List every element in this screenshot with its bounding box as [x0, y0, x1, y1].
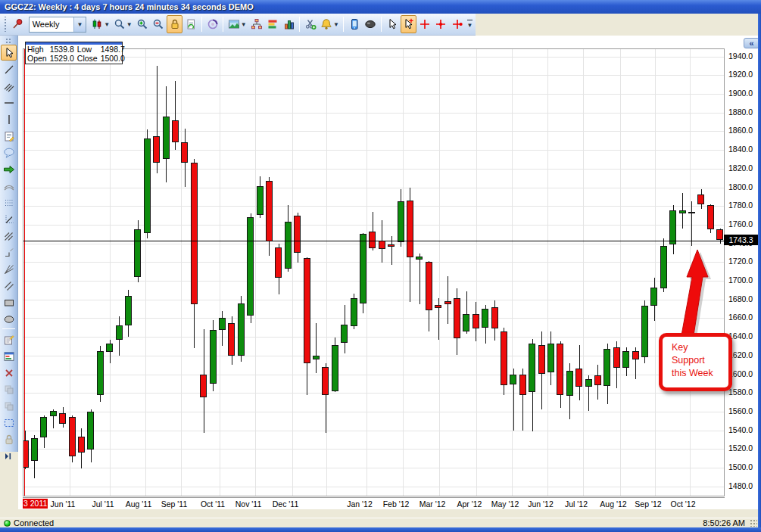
note-tool[interactable]: [1, 128, 17, 144]
indicator-flag-button[interactable]: [264, 15, 280, 33]
candle: [679, 210, 686, 213]
zoom-tool-button[interactable]: ▼: [112, 15, 134, 33]
candle: [575, 369, 582, 387]
time-axis-label: Sep '11: [154, 499, 194, 509]
fib-extension-tool[interactable]: [1, 211, 17, 227]
price-axis-label: 1800.0: [728, 182, 753, 191]
properties-tool[interactable]: [1, 331, 17, 347]
pointer-button[interactable]: [384, 15, 400, 33]
alerts-button[interactable]: ▼: [319, 15, 341, 33]
ellipse-tool[interactable]: [1, 311, 17, 327]
pin-icon-icon: [11, 18, 23, 30]
resize-grip-icon[interactable]: [750, 519, 757, 527]
vertical-line-tool[interactable]: [1, 111, 17, 127]
candle: [266, 181, 273, 241]
chevron-down-icon[interactable]: ▼: [73, 17, 86, 32]
draw-mode-button[interactable]: [204, 15, 220, 33]
toolbar-overflow-button[interactable]: ▼: [466, 15, 475, 33]
delete-tool[interactable]: [1, 365, 17, 381]
candle: [454, 298, 460, 338]
chevron-down-icon[interactable]: ▼: [104, 21, 110, 28]
ungroup-tool[interactable]: [1, 398, 17, 414]
format-icon: [3, 350, 15, 362]
price-axis-label: 1880.0: [728, 107, 753, 117]
zoom-out-button[interactable]: [150, 15, 166, 33]
v-gridline: [403, 49, 404, 496]
candle: [641, 306, 648, 357]
format-tool[interactable]: [1, 348, 17, 364]
price-axis-label: 1480.0: [728, 481, 753, 490]
pin-icon[interactable]: [9, 15, 25, 33]
candle: [257, 186, 264, 215]
parallel-lines-tool[interactable]: [1, 278, 17, 294]
time-axis[interactable]: 3 2011 Jun '11Jul '11Aug '11Sep '11Oct '…: [23, 497, 725, 509]
price-axis-label: 1940.0: [728, 51, 753, 61]
callout-tool[interactable]: [1, 145, 17, 160]
arrow-tool[interactable]: [1, 161, 17, 177]
trend-line-icon: [3, 64, 15, 76]
time-axis-label: Dec '11: [266, 499, 305, 509]
rectangle-tool[interactable]: [1, 294, 17, 310]
refresh-chart-button[interactable]: [182, 15, 198, 33]
toolbar-grip[interactable]: [3, 17, 8, 32]
lock-scale-button[interactable]: [167, 15, 182, 33]
tooltip-high-label: High: [26, 45, 48, 54]
horizontal-line-tool[interactable]: [1, 95, 17, 110]
select-region-tool[interactable]: [1, 415, 17, 431]
candle: [519, 375, 526, 395]
annotation-callout[interactable]: Key Support this Week: [659, 333, 732, 391]
crosshair-track-button[interactable]: [449, 15, 465, 33]
fan-lines-tool[interactable]: [1, 261, 17, 277]
chevron-down-icon[interactable]: ▼: [126, 21, 133, 28]
chart-image-button[interactable]: ▼: [226, 15, 248, 33]
multi-line-tool[interactable]: [1, 78, 17, 94]
time-axis-label: Jun '12: [521, 499, 560, 509]
group-tool[interactable]: [1, 381, 17, 397]
candle-wick: [448, 276, 448, 324]
chevron-down-icon[interactable]: ▼: [333, 21, 339, 28]
chart-style-button[interactable]: ▼: [89, 15, 111, 33]
price-axis-label: 1900.0: [728, 89, 753, 98]
price-axis-label: 1500.0: [728, 462, 753, 471]
mouse-settings-icon: [364, 18, 376, 30]
crosshair-snap-button[interactable]: [433, 15, 449, 33]
price-axis-label: 1520.0: [728, 443, 753, 453]
candle: [360, 234, 366, 303]
candle: [369, 232, 376, 248]
chart-plot-area[interactable]: [23, 48, 725, 496]
chevron-down-icon[interactable]: ▼: [241, 21, 247, 28]
market-depth-button[interactable]: [248, 15, 264, 33]
crosshair-pointer-button[interactable]: [401, 15, 416, 33]
candle: [106, 344, 113, 352]
device-button[interactable]: [346, 15, 362, 33]
lock-object-tool[interactable]: [1, 431, 17, 447]
v-gridline: [326, 49, 327, 496]
window-title: GGCZ2: Weekly : 4 days 7 hours 24 minute…: [5, 2, 254, 11]
mouse-settings-button[interactable]: [363, 15, 379, 33]
period-select[interactable]: Weekly▼: [29, 17, 86, 33]
pitchfork-tool[interactable]: [1, 228, 17, 244]
gann-tool[interactable]: [1, 244, 17, 260]
cut-add-button[interactable]: [302, 15, 318, 33]
candle: [398, 201, 404, 242]
vertical-line-icon: [3, 114, 15, 126]
pointer-icon: [386, 18, 398, 30]
volume-bars-button[interactable]: [281, 15, 297, 33]
collapse-panel-button[interactable]: «: [744, 38, 759, 48]
pitchfork-icon: [3, 230, 15, 242]
arc-tool[interactable]: [1, 178, 17, 194]
annotation-arrow[interactable]: [654, 240, 753, 338]
refresh-chart-icon: [185, 18, 197, 30]
pointer-tool[interactable]: [1, 45, 17, 61]
selected-bar-line: [24, 49, 25, 496]
fib-retracement-tool[interactable]: [1, 194, 17, 210]
drawing-toolbar-grip[interactable]: [5, 38, 12, 43]
crosshair-track-icon: [451, 18, 463, 30]
chart-image-icon: [228, 18, 240, 30]
crosshair-button[interactable]: [416, 15, 432, 33]
expand-toolbar-button[interactable]: [2, 450, 17, 460]
v-gridline: [512, 49, 513, 496]
zoom-in-button[interactable]: [134, 15, 150, 33]
status-bar: Connected 8:50:26 AM: [0, 518, 761, 527]
trend-line-tool[interactable]: [1, 61, 17, 77]
